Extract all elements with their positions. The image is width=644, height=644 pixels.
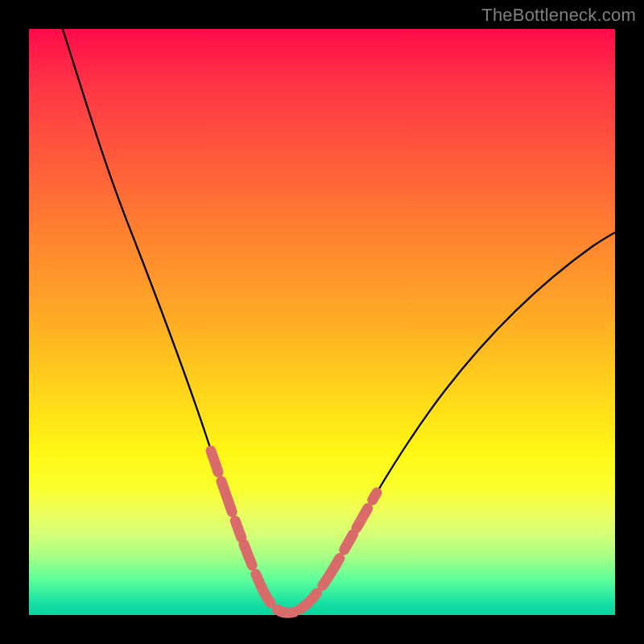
chart-frame: TheBottleneck.com	[0, 0, 644, 644]
watermark-text: TheBottleneck.com	[481, 5, 636, 26]
plot-area	[29, 29, 615, 615]
highlighted-minimum-region	[211, 451, 377, 613]
bottleneck-curve	[58, 14, 625, 613]
curve-layer	[29, 29, 615, 615]
